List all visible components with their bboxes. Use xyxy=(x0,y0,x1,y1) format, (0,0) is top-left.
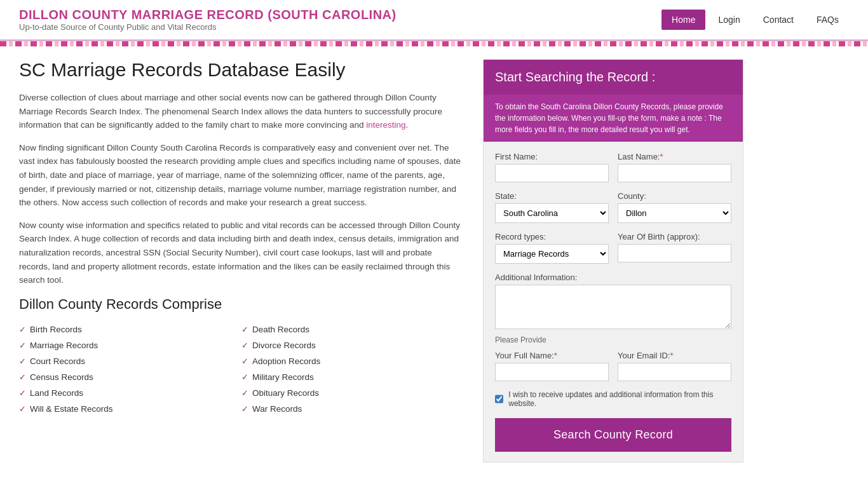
list-item: ✓Adoption Records xyxy=(241,353,464,369)
record-label: Birth Records xyxy=(30,325,82,334)
state-group: State: South Carolina Alabama Alaska Ari… xyxy=(495,191,609,223)
records-col-left: ✓Birth Records ✓Marriage Records ✓Court … xyxy=(19,322,241,417)
list-item: ✓Marriage Records xyxy=(19,337,241,353)
record-label: Military Records xyxy=(252,372,314,382)
record-label: Divorce Records xyxy=(252,341,316,350)
records-list: ✓Birth Records ✓Marriage Records ✓Court … xyxy=(19,322,464,417)
list-item: ✓Will & Estate Records xyxy=(19,401,241,417)
check-icon: ✓ xyxy=(241,404,248,414)
nav-contact[interactable]: Contact xyxy=(753,10,804,30)
checkbox-label: I wish to receive updates and additional… xyxy=(508,390,731,408)
nav-login[interactable]: Login xyxy=(708,10,750,30)
nav-faqs[interactable]: FAQs xyxy=(806,10,849,30)
first-name-label: First Name: xyxy=(495,152,609,161)
email-label: Your Email ID:* xyxy=(618,351,731,360)
form-header: Start Searching the Record : xyxy=(484,60,743,95)
checkbox-row: I wish to receive updates and additional… xyxy=(495,390,731,408)
county-label: County: xyxy=(618,191,731,201)
check-icon: ✓ xyxy=(241,388,248,398)
updates-checkbox[interactable] xyxy=(495,395,503,403)
interesting-link: interesting xyxy=(366,120,405,130)
header-branding: DILLON COUNTY MARRIAGE RECORD (SOUTH CAR… xyxy=(19,8,397,32)
check-icon: ✓ xyxy=(19,388,26,398)
record-label: Will & Estate Records xyxy=(30,404,113,414)
last-name-input[interactable] xyxy=(618,164,731,182)
year-of-birth-label: Year Of Birth (approx): xyxy=(618,232,731,241)
record-label: Marriage Records xyxy=(30,341,98,350)
additional-info-label: Additional Information: xyxy=(495,273,731,282)
list-item: ✓Obituary Records xyxy=(241,385,464,401)
record-type-label: Record types: xyxy=(495,232,609,241)
record-type-year-row: Record types: Marriage Records Birth Rec… xyxy=(495,232,731,264)
year-of-birth-group: Year Of Birth (approx): xyxy=(618,232,731,264)
record-type-select[interactable]: Marriage Records Birth Records Death Rec… xyxy=(495,244,609,264)
paragraph-1: Diverse collection of clues about marria… xyxy=(19,91,464,132)
additional-info-group: Additional Information: xyxy=(495,273,731,329)
state-county-row: State: South Carolina Alabama Alaska Ari… xyxy=(495,191,731,223)
list-item: ✓Land Records xyxy=(19,385,241,401)
paragraph-2: Now finding significant Dillon County So… xyxy=(19,141,464,210)
check-icon: ✓ xyxy=(241,341,248,350)
last-name-group: Last Name:* xyxy=(618,152,731,182)
list-item: ✓Census Records xyxy=(19,369,241,385)
check-icon: ✓ xyxy=(19,372,26,382)
check-icon: ✓ xyxy=(241,356,248,366)
year-of-birth-input[interactable] xyxy=(618,244,731,262)
check-icon: ✓ xyxy=(19,341,26,350)
name-row: First Name: Last Name:* xyxy=(495,152,731,182)
left-column: SC Marriage Records Database Easily Dive… xyxy=(19,59,464,463)
last-name-label: Last Name:* xyxy=(618,152,731,161)
nav-home[interactable]: Home xyxy=(661,10,705,30)
county-group: County: Dillon Charleston Richland Green… xyxy=(618,191,731,223)
full-name-email-row: Your Full Name:* Your Email ID:* xyxy=(495,351,731,381)
record-label: War Records xyxy=(252,404,302,414)
check-icon: ✓ xyxy=(241,372,248,382)
check-icon: ✓ xyxy=(19,325,26,334)
records-col-right: ✓Death Records ✓Divorce Records ✓Adoptio… xyxy=(241,322,464,417)
please-provide-label: Please Provide xyxy=(495,336,731,344)
record-type-group: Record types: Marriage Records Birth Rec… xyxy=(495,232,609,264)
record-label: Census Records xyxy=(30,372,93,382)
site-header: DILLON COUNTY MARRIAGE RECORD (SOUTH CAR… xyxy=(0,0,868,41)
search-form-panel: Start Searching the Record : To obtain t… xyxy=(483,59,743,463)
email-group: Your Email ID:* xyxy=(618,351,731,381)
first-name-input[interactable] xyxy=(495,164,609,182)
form-description: To obtain the South Carolina Dillon Coun… xyxy=(484,95,743,142)
search-county-record-button[interactable]: Search County Record xyxy=(495,418,731,452)
list-item: ✓Divorce Records xyxy=(241,337,464,353)
full-name-label: Your Full Name:* xyxy=(495,351,609,360)
required-marker: * xyxy=(554,351,557,360)
check-icon: ✓ xyxy=(19,404,26,414)
full-name-input[interactable] xyxy=(495,363,609,381)
state-select[interactable]: South Carolina Alabama Alaska Arizona Ar… xyxy=(495,203,609,223)
main-heading: SC Marriage Records Database Easily xyxy=(19,59,464,81)
required-marker: * xyxy=(670,351,674,360)
check-icon: ✓ xyxy=(241,325,248,334)
record-label: Death Records xyxy=(252,325,309,334)
check-icon: ✓ xyxy=(19,356,26,366)
site-title: DILLON COUNTY MARRIAGE RECORD (SOUTH CAR… xyxy=(19,8,397,22)
paragraph-3: Now county wise information and specific… xyxy=(19,219,464,287)
state-label: State: xyxy=(495,191,609,201)
county-select[interactable]: Dillon Charleston Richland Greenville Ho… xyxy=(618,203,731,223)
record-label: Obituary Records xyxy=(252,388,319,398)
record-label: Adoption Records xyxy=(252,356,320,366)
email-input[interactable] xyxy=(618,363,731,381)
main-content: SC Marriage Records Database Easily Dive… xyxy=(0,46,868,475)
list-item: ✓Court Records xyxy=(19,353,241,369)
decorative-border xyxy=(0,41,868,46)
main-nav: Home Login Contact FAQs xyxy=(661,10,849,30)
list-item: ✓Death Records xyxy=(241,322,464,337)
list-item: ✓Military Records xyxy=(241,369,464,385)
records-heading: Dillon County Records Comprise xyxy=(19,296,464,313)
form-title: Start Searching the Record : xyxy=(495,70,655,84)
form-body: First Name: Last Name:* State: South Car… xyxy=(484,142,743,462)
additional-info-textarea[interactable] xyxy=(495,285,731,329)
site-subtitle: Up-to-date Source of County Public and V… xyxy=(19,22,397,32)
first-name-group: First Name: xyxy=(495,152,609,182)
list-item: ✓Birth Records xyxy=(19,322,241,337)
record-label: Court Records xyxy=(30,356,85,366)
list-item: ✓War Records xyxy=(241,401,464,417)
required-marker: * xyxy=(660,152,663,161)
full-name-group: Your Full Name:* xyxy=(495,351,609,381)
